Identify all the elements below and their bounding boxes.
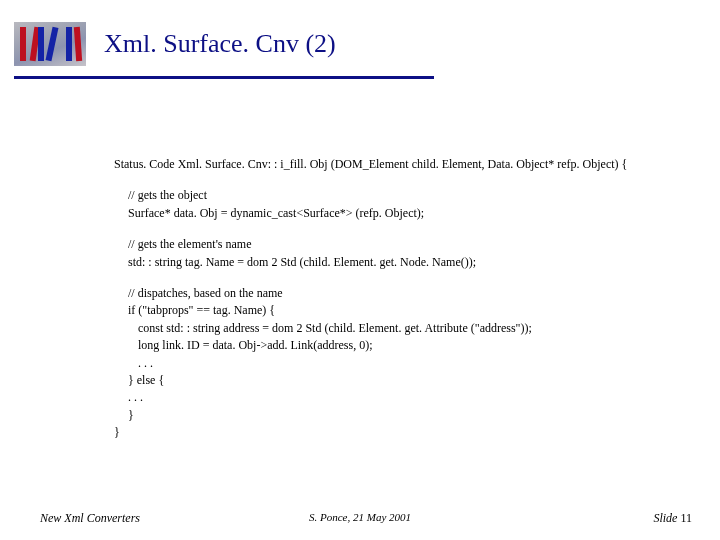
footer-right: Slide 11: [653, 511, 692, 526]
code-line: Surface* data. Obj = dynamic_cast<Surfac…: [114, 205, 690, 222]
code-line: if ("tabprops" == tag. Name) {: [114, 302, 690, 319]
code-line: // gets the object: [114, 187, 690, 204]
code-line: // dispatches, based on the name: [114, 285, 690, 302]
code-block: Status. Code Xml. Surface. Cnv: : i_fill…: [114, 156, 690, 441]
code-line: }: [114, 407, 690, 424]
code-line: // gets the element's name: [114, 236, 690, 253]
footer-center: S. Ponce, 21 May 2001: [309, 511, 411, 523]
code-line: const std: : string address = dom 2 Std …: [114, 320, 690, 337]
code-line: long link. ID = data. Obj->add. Link(add…: [114, 337, 690, 354]
footer-left: New Xml Converters: [40, 511, 140, 526]
slide-footer: New Xml Converters S. Ponce, 21 May 2001…: [0, 511, 720, 526]
code-line: Status. Code Xml. Surface. Cnv: : i_fill…: [114, 156, 690, 173]
code-line: . . .: [114, 355, 690, 372]
code-line: }: [114, 424, 690, 441]
lhcb-logo: [14, 22, 86, 66]
slide-label: Slide: [653, 511, 680, 525]
code-line: std: : string tag. Name = dom 2 Std (chi…: [114, 254, 690, 271]
code-line: . . .: [114, 389, 690, 406]
slide-number: 11: [680, 511, 692, 525]
header-rule: [14, 76, 434, 79]
slide-title: Xml. Surface. Cnv (2): [104, 29, 336, 59]
slide-header: Xml. Surface. Cnv (2): [0, 0, 720, 66]
code-line: } else {: [114, 372, 690, 389]
